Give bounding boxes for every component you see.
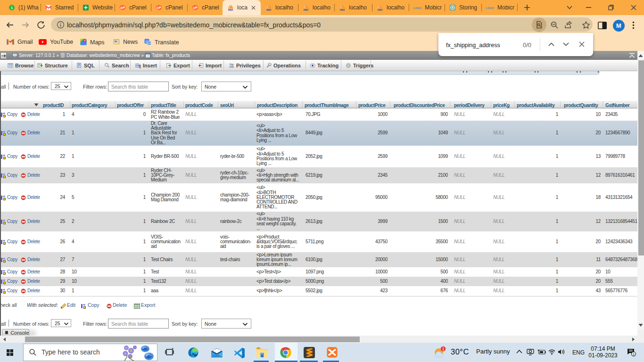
svg-text:PMA: PMA [378,9,383,11]
svg-text:1: 1 [442,346,445,351]
svg-text:LOGO: LOGO [486,7,494,9]
svg-text:PMA: PMA [340,9,345,11]
svg-text:cP: cP [193,6,198,10]
svg-text:cP: cP [157,6,161,10]
svg-text:文: 文 [148,41,151,45]
svg-text:1: 1 [633,352,635,356]
svg-text:cP: cP [120,6,125,10]
svg-text:LOGO: LOGO [413,7,421,9]
svg-text:PMA: PMA [266,9,272,11]
svg-text:PMA: PMA [304,9,309,11]
svg-text:1: 1 [11,6,13,9]
